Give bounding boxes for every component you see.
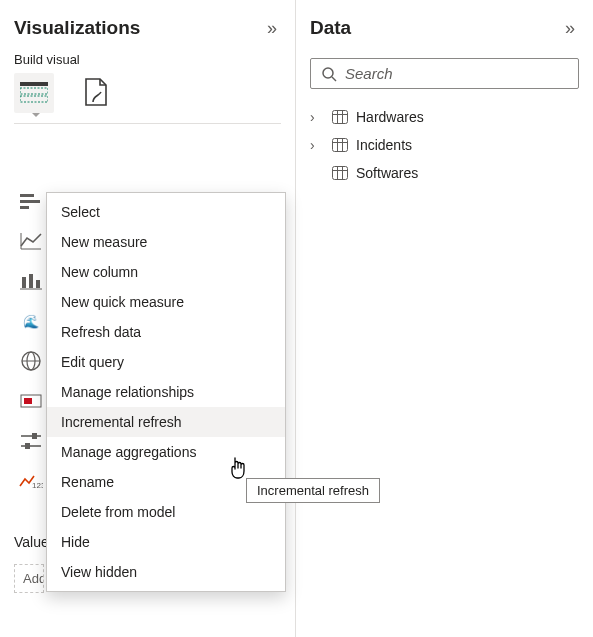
table-row[interactable]: › Hardwares [310,103,579,131]
table-name: Hardwares [356,109,424,125]
svg-rect-30 [24,398,32,404]
svg-rect-5 [333,111,348,124]
build-visual-label: Build visual [14,52,281,67]
line-chart-icon[interactable] [18,228,44,254]
svg-rect-19 [20,206,29,209]
svg-rect-23 [29,274,33,288]
svg-line-4 [332,77,336,81]
menu-item-incremental-refresh[interactable]: Incremental refresh [47,407,285,437]
format-page-icon [83,78,109,108]
svg-rect-24 [36,280,40,288]
gauge-icon[interactable] [18,388,44,414]
kpi-icon[interactable]: 123 [18,468,44,494]
waterfall-chart-icon[interactable]: 🌊 [18,308,44,334]
divider [14,123,281,124]
search-icon [321,66,337,82]
svg-rect-22 [22,277,26,288]
svg-rect-18 [20,200,40,203]
svg-rect-0 [20,82,48,86]
tooltip: Incremental refresh [246,478,380,503]
build-visual-tab[interactable] [14,73,54,113]
menu-item-new-quick-measure[interactable]: New quick measure [47,287,285,317]
table-icon [332,138,348,152]
collapse-visualizations-button[interactable]: » [263,16,281,41]
search-input[interactable]: Search [310,58,579,89]
map-icon[interactable] [18,348,44,374]
menu-item-manage-relationships[interactable]: Manage relationships [47,377,285,407]
menu-item-new-column[interactable]: New column [47,257,285,287]
menu-item-view-hidden[interactable]: View hidden [47,557,285,587]
slicer-icon[interactable] [18,428,44,454]
chevron-right-icon: › [310,137,324,153]
menu-item-manage-aggregations[interactable]: Manage aggregations [47,437,285,467]
format-visual-tab[interactable] [76,73,116,113]
svg-rect-13 [333,167,348,180]
menu-item-edit-query[interactable]: Edit query [47,347,285,377]
table-name: Softwares [356,165,418,181]
table-visual-icon [20,82,48,104]
visualizations-title: Visualizations [14,17,140,39]
svg-rect-33 [32,433,37,439]
table-row[interactable]: › Incidents [310,131,579,159]
menu-item-refresh-data[interactable]: Refresh data [47,317,285,347]
svg-rect-2 [20,96,48,102]
svg-text:123: 123 [32,481,43,490]
svg-rect-1 [20,88,48,94]
collapse-data-button[interactable]: » [561,16,579,41]
menu-item-select[interactable]: Select [47,197,285,227]
svg-rect-9 [333,139,348,152]
ribbon-chart-icon[interactable] [18,268,44,294]
data-pane: Data » Search › Hardwares › Incidents › [296,0,593,637]
table-row[interactable]: › Softwares [310,159,579,187]
data-title: Data [310,17,351,39]
add-data-fields-well[interactable]: Add data fields here [14,564,44,593]
svg-rect-17 [20,194,34,197]
table-context-menu: Select New measure New column New quick … [46,192,286,592]
chevron-right-icon: › [310,109,324,125]
svg-point-3 [323,68,333,78]
table-icon [332,110,348,124]
stacked-bar-icon[interactable] [18,188,44,214]
tables-list: › Hardwares › Incidents › Softwares [310,103,579,187]
table-name: Incidents [356,137,412,153]
viz-type-gallery: 🌊 123 [18,188,44,494]
svg-rect-34 [25,443,30,449]
menu-item-hide[interactable]: Hide [47,527,285,557]
table-icon [332,166,348,180]
menu-item-new-measure[interactable]: New measure [47,227,285,257]
search-placeholder: Search [345,65,393,82]
